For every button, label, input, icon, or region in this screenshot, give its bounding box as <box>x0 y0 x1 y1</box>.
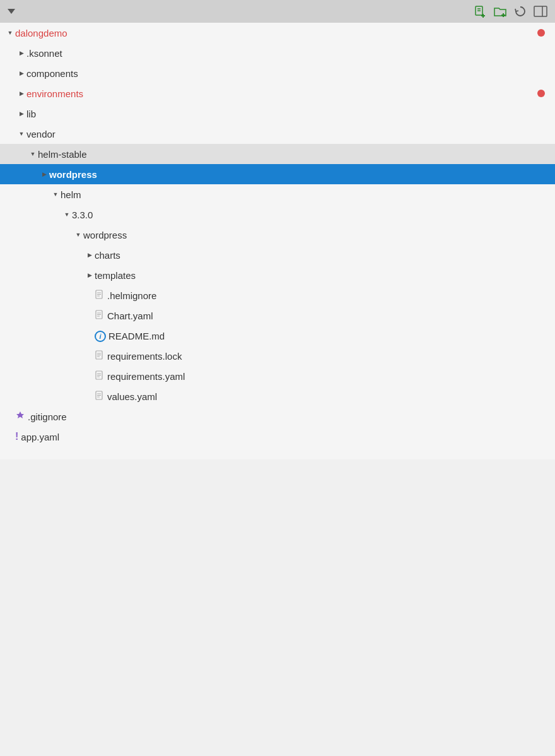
file-icon-valuesyaml <box>95 391 107 403</box>
tree-item-environments[interactable]: environments <box>0 83 555 103</box>
titlebar-icons <box>473 4 547 18</box>
tree-item-vendor[interactable]: vendor <box>0 124 555 144</box>
item-label-helm-stable: helm-stable <box>38 149 87 160</box>
item-label-charts: charts <box>95 250 120 261</box>
item-label-components: components <box>26 68 78 79</box>
item-label-requirementslock: requirements.lock <box>107 351 182 362</box>
item-label-requirementsyaml: requirements.yaml <box>107 371 185 382</box>
item-label-dalongdemo: dalongdemo <box>15 28 67 38</box>
item-label-wordpress-root: wordpress <box>49 169 97 180</box>
tree-item-appyaml[interactable]: !app.yaml <box>0 427 555 447</box>
titlebar <box>0 0 555 23</box>
titlebar-left <box>8 9 19 14</box>
tree-item-lib[interactable]: lib <box>0 103 555 124</box>
triangle-icon <box>8 9 15 14</box>
tree-item-helm-stable[interactable]: helm-stable <box>0 144 555 164</box>
file-icon-requirementslock <box>95 350 107 362</box>
tree-item-requirementslock[interactable]: requirements.lock <box>0 346 555 366</box>
item-label-vendor: vendor <box>26 129 56 139</box>
arrow-icon-helm[interactable] <box>50 189 61 199</box>
tree-item-ksonnet[interactable]: .ksonnet <box>0 43 555 63</box>
file-icon-appyaml: ! <box>15 431 21 442</box>
svg-rect-7 <box>534 6 547 16</box>
file-tree: dalongdemo.ksonnetcomponentsenvironments… <box>0 23 555 459</box>
item-label-templates: templates <box>95 270 136 281</box>
arrow-icon-dalongdemo[interactable] <box>5 28 15 38</box>
file-icon-helmignore <box>95 290 107 302</box>
file-icon-readmemd: i <box>95 330 108 342</box>
status-badge-environments <box>537 90 545 97</box>
arrow-icon-wordpress-root[interactable] <box>39 169 49 179</box>
file-icon-chartyaml <box>95 310 107 322</box>
status-badge-dalongdemo <box>537 29 545 37</box>
arrow-icon-helm-stable[interactable] <box>28 149 38 159</box>
arrow-icon-vendor[interactable] <box>16 129 26 139</box>
tree-item-wordpress-root[interactable]: wordpress <box>0 164 555 184</box>
arrow-icon-v330[interactable] <box>62 210 72 220</box>
tree-item-helmignore[interactable]: .helmignore <box>0 285 555 305</box>
item-label-appyaml: app.yaml <box>21 432 59 442</box>
tree-item-chartyaml[interactable]: Chart.yaml <box>0 305 555 326</box>
item-label-chartyaml: Chart.yaml <box>107 310 153 321</box>
arrow-icon-environments[interactable] <box>16 88 26 98</box>
item-label-lib: lib <box>26 109 36 119</box>
tree-item-components[interactable]: components <box>0 63 555 83</box>
tree-item-wordpress-sub[interactable]: wordpress <box>0 225 555 245</box>
item-label-wordpress-sub: wordpress <box>83 230 127 240</box>
panel-icon[interactable] <box>534 4 547 18</box>
arrow-icon-wordpress-sub[interactable] <box>73 230 83 240</box>
arrow-icon-templates[interactable] <box>85 270 95 280</box>
arrow-icon-charts[interactable] <box>85 250 95 260</box>
arrow-icon-lib[interactable] <box>16 109 26 119</box>
new-file-icon[interactable] <box>473 4 487 18</box>
file-icon-requirementsyaml <box>95 370 107 382</box>
item-label-v330: 3.3.0 <box>72 210 93 220</box>
tree-item-templates[interactable]: templates <box>0 265 555 285</box>
item-label-gitignore: .gitignore <box>28 411 67 422</box>
item-label-readmemd: README.md <box>108 331 165 341</box>
tree-item-requirementsyaml[interactable]: requirements.yaml <box>0 366 555 386</box>
tree-item-gitignore[interactable]: .gitignore <box>0 406 555 427</box>
item-label-helmignore: .helmignore <box>107 290 156 301</box>
item-label-environments: environments <box>26 88 83 99</box>
tree-item-v330[interactable]: 3.3.0 <box>0 204 555 225</box>
file-icon-gitignore <box>15 411 28 423</box>
tree-item-readmemd[interactable]: iREADME.md <box>0 326 555 346</box>
item-label-valuesyaml: values.yaml <box>107 391 157 402</box>
tree-item-helm[interactable]: helm <box>0 184 555 204</box>
tree-item-charts[interactable]: charts <box>0 245 555 265</box>
item-label-helm: helm <box>61 189 81 200</box>
exclaim-icon: ! <box>15 431 18 442</box>
tree-item-valuesyaml[interactable]: values.yaml <box>0 386 555 406</box>
tree-item-dalongdemo[interactable]: dalongdemo <box>0 23 555 43</box>
arrow-icon-components[interactable] <box>16 68 26 78</box>
new-folder-icon[interactable] <box>493 4 507 18</box>
item-label-ksonnet: .ksonnet <box>26 48 62 59</box>
refresh-icon[interactable] <box>513 4 527 18</box>
arrow-icon-ksonnet[interactable] <box>16 48 26 58</box>
